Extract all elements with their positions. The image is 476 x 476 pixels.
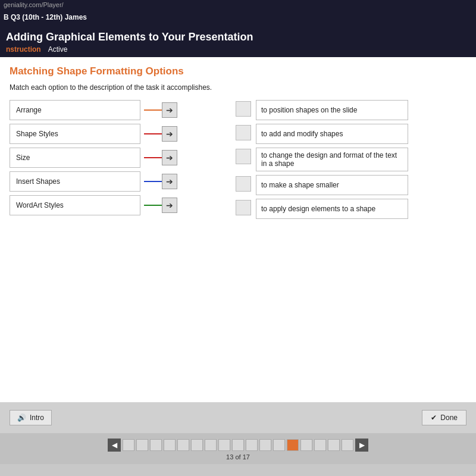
arrow-connector: ➔ (144, 126, 177, 142)
page-slot[interactable] (328, 439, 340, 451)
left-item: Shape Styles➔ (10, 124, 194, 144)
page-slot[interactable] (150, 439, 162, 451)
left-item: Size➔ (10, 148, 194, 168)
page-slot[interactable] (232, 439, 244, 451)
instruction-link[interactable]: nstruction (6, 45, 41, 54)
instructions: Match each option to the description of … (10, 83, 466, 92)
header-section: Adding Graphical Elements to Your Presen… (0, 26, 476, 57)
description-box: to position shapes on the slide (256, 100, 408, 120)
header-title: Adding Graphical Elements to Your Presen… (6, 31, 470, 43)
connector-line (144, 205, 162, 206)
left-item: WordArt Styles➔ (10, 195, 194, 215)
page-slot[interactable] (259, 439, 271, 451)
top-bar: geniality.com/Player/ (0, 0, 476, 11)
check-icon: ✔ (431, 414, 437, 422)
page-slot[interactable] (314, 439, 326, 451)
pagination-next[interactable]: ▶ (355, 439, 368, 452)
page-count: 13 of 17 (226, 453, 250, 461)
done-label: Done (440, 414, 458, 422)
page-slot[interactable] (205, 439, 217, 451)
active-badge: Active (48, 45, 68, 54)
matching-area: Arrange➔Shape Styles➔Size➔Insert Shapes➔… (10, 100, 466, 219)
connector-line (144, 133, 162, 134)
arrow-button[interactable]: ➔ (162, 174, 177, 189)
right-column: to position shapes on the slideto add an… (236, 100, 408, 219)
page-slot[interactable] (246, 439, 258, 451)
page-slot[interactable] (177, 439, 189, 451)
pagination-slots: ◀▶ (108, 439, 368, 452)
arrow-connector: ➔ (144, 102, 177, 118)
term-box: WordArt Styles (10, 195, 140, 215)
page-slot[interactable] (136, 439, 148, 451)
pagination-bar: ◀▶ 13 of 17 (0, 433, 476, 464)
url-text: geniality.com/Player/ (4, 1, 64, 8)
description-box: to apply design elements to a shape (256, 199, 408, 219)
page-slot[interactable] (287, 439, 299, 451)
description-box: to make a shape smaller (256, 175, 408, 195)
left-column: Arrange➔Shape Styles➔Size➔Insert Shapes➔… (10, 100, 194, 215)
right-item: to add and modify shapes (236, 124, 408, 144)
pagination-prev[interactable]: ◀ (108, 439, 121, 452)
arrow-connector: ➔ (144, 150, 177, 165)
description-box: to add and modify shapes (256, 124, 408, 144)
page-slot[interactable] (123, 439, 134, 451)
answer-checkbox[interactable] (236, 101, 251, 117)
arrow-connector: ➔ (144, 198, 177, 213)
right-item: to position shapes on the slide (236, 100, 408, 120)
page-slot[interactable] (342, 439, 353, 451)
connector-line (144, 181, 162, 182)
term-box: Insert Shapes (10, 171, 140, 192)
bottom-bar: 🔊 Intro ✔ Done (0, 402, 476, 433)
page-slot[interactable] (164, 439, 176, 451)
page-slot[interactable] (218, 439, 230, 451)
answer-checkbox[interactable] (236, 176, 251, 192)
connector-line (144, 157, 162, 158)
arrow-button[interactable]: ➔ (162, 126, 177, 142)
arrow-button[interactable]: ➔ (162, 198, 177, 213)
answer-checkbox[interactable] (236, 125, 251, 140)
page-slot[interactable] (273, 439, 285, 451)
connector-line (144, 109, 162, 111)
right-item: to change the design and format of the t… (236, 148, 408, 171)
arrow-button[interactable]: ➔ (162, 102, 177, 118)
term-box: Arrange (10, 100, 140, 120)
term-box: Size (10, 148, 140, 168)
answer-checkbox[interactable] (236, 200, 251, 215)
speaker-icon: 🔊 (17, 414, 26, 422)
right-item: to make a shape smaller (236, 175, 408, 195)
description-box: to change the design and format of the t… (256, 148, 408, 171)
arrow-button[interactable]: ➔ (162, 150, 177, 165)
right-item: to apply design elements to a shape (236, 199, 408, 219)
main-content: Matching Shape Formatting Options Match … (0, 57, 476, 402)
breadcrumb-bar: B Q3 (10th - 12th) James (0, 11, 476, 26)
term-box: Shape Styles (10, 124, 140, 144)
answer-checkbox[interactable] (236, 149, 251, 164)
breadcrumb: B Q3 (10th - 12th) James (4, 13, 87, 21)
done-button[interactable]: ✔ Done (422, 410, 466, 425)
intro-button[interactable]: 🔊 Intro (10, 410, 52, 425)
page-slot[interactable] (191, 439, 203, 451)
left-item: Arrange➔ (10, 100, 194, 120)
page-slot[interactable] (300, 439, 312, 451)
left-item: Insert Shapes➔ (10, 171, 194, 192)
intro-label: Intro (30, 414, 44, 422)
activity-title: Matching Shape Formatting Options (10, 65, 466, 77)
arrow-connector: ➔ (144, 174, 177, 189)
header-subtitle: nstruction Active (6, 45, 470, 54)
